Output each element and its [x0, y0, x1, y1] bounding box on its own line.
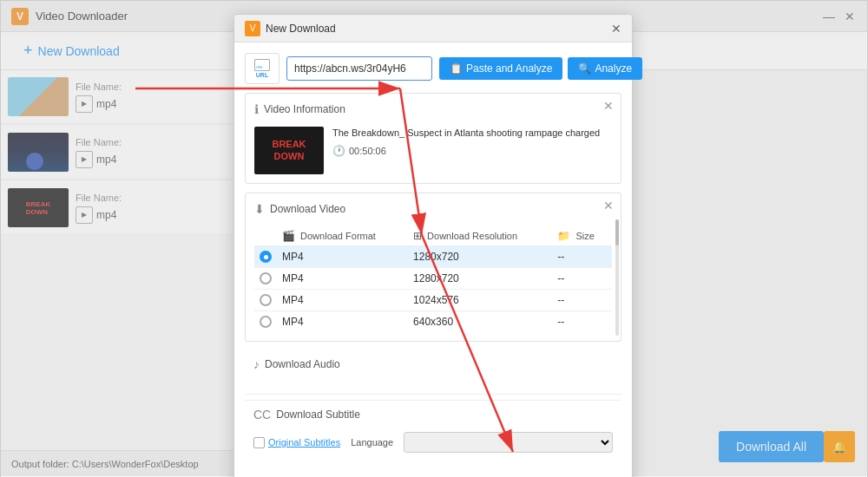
- download-video-close-btn[interactable]: ✕: [603, 199, 614, 212]
- radio-selected-icon: [260, 251, 272, 263]
- format-table: 🎬 Download Format ⊞ Download Resolution …: [254, 226, 612, 332]
- video-info-label: Video Information: [264, 103, 345, 115]
- radio-unselected-icon: [260, 316, 272, 328]
- video-thumbnail: BREAKDOWN: [254, 127, 324, 174]
- res-col-icon: ⊞: [413, 230, 422, 242]
- dialog-title-left: V New Download: [245, 21, 336, 36]
- download-subtitle-label: Download Subtitle: [276, 408, 360, 421]
- audio-icon: ♪: [253, 357, 260, 371]
- duration-text: 00:50:06: [349, 146, 386, 156]
- table-row[interactable]: MP4 1024x576 --: [254, 290, 612, 311]
- url-icon-box: URL: [245, 53, 279, 84]
- clock-icon: 🕐: [332, 145, 345, 157]
- dialog-app-icon: V: [245, 21, 260, 36]
- section-divider: [245, 394, 621, 395]
- table-scrollbar[interactable]: [615, 219, 619, 336]
- video-info-header: ℹ Video Information: [254, 102, 612, 120]
- format-col-icon: 🎬: [282, 230, 295, 242]
- col-size-header: 📁 Size: [552, 226, 612, 246]
- resolution-cell: 1280x720: [408, 268, 552, 290]
- download-icon: ⬇: [254, 202, 265, 216]
- video-info-close-btn[interactable]: ✕: [603, 99, 614, 113]
- format-cell: MP4: [277, 268, 408, 290]
- download-video-label: Download Video: [270, 203, 345, 215]
- format-cell: MP4: [277, 311, 408, 333]
- size-cell: --: [552, 290, 612, 311]
- subtitle-row: Original Subtitles Language: [253, 432, 613, 453]
- url-doc-icon: [254, 59, 270, 71]
- size-col-icon: 📁: [557, 230, 570, 242]
- table-scrollbar-thumb: [615, 219, 619, 245]
- video-info-section: ℹ Video Information ✕ BREAKDOWN The Brea…: [245, 93, 621, 184]
- analyze-icon: 🔍: [578, 62, 591, 75]
- col-format-header: 🎬 Download Format: [277, 226, 408, 246]
- download-video-header: ⬇ Download Video: [254, 202, 612, 219]
- analyze-label: Analyze: [595, 62, 632, 75]
- download-audio-label: Download Audio: [265, 358, 340, 370]
- language-label: Language: [351, 437, 393, 448]
- original-subtitles-checkbox[interactable]: Original Subtitles: [253, 437, 340, 448]
- resolution-cell: 640x360: [408, 311, 552, 333]
- subtitle-icon: CC: [253, 408, 271, 421]
- paste-and-analyze-button[interactable]: 📋 Paste and Analyze: [439, 57, 562, 80]
- resolution-cell: 1280x720: [408, 246, 552, 268]
- size-cell: --: [552, 311, 612, 333]
- url-input[interactable]: [286, 56, 432, 81]
- video-title: The Breakdown_ Suspect in Atlanta shooti…: [332, 127, 612, 140]
- dialog-title-bar: V New Download ✕: [234, 15, 632, 42]
- col-resolution-header: ⊞ Download Resolution: [408, 226, 552, 246]
- download-subtitle-header: CC Download Subtitle: [253, 408, 613, 425]
- info-icon: ℹ: [254, 102, 259, 116]
- new-download-dialog: V New Download ✕ URL 📋 Paste and Analyze: [233, 14, 633, 477]
- dialog-close-button[interactable]: ✕: [611, 22, 621, 36]
- url-buttons-row: 📋 Paste and Analyze 🔍 Analyze: [439, 57, 642, 80]
- analyze-button[interactable]: 🔍 Analyze: [568, 57, 642, 80]
- size-cell: --: [552, 268, 612, 290]
- video-thumbnail-inner: BREAKDOWN: [254, 127, 324, 174]
- download-audio-section: ♪ Download Audio: [245, 350, 621, 389]
- video-info-content: BREAKDOWN The Breakdown_ Suspect in Atla…: [254, 127, 612, 174]
- format-cell: MP4: [277, 246, 408, 268]
- download-video-section: ⬇ Download Video ✕ 🎬 Download Format: [245, 193, 621, 342]
- radio-unselected-icon: [260, 294, 272, 306]
- download-subtitle-section: CC Download Subtitle Original Subtitles …: [245, 400, 621, 460]
- resolution-cell: 1024x576: [408, 290, 552, 311]
- breakdown-logo: BREAKDOWN: [272, 139, 306, 161]
- download-audio-header: ♪ Download Audio: [253, 357, 613, 375]
- video-duration: 🕐 00:50:06: [332, 145, 612, 157]
- table-row[interactable]: MP4 640x360 --: [254, 311, 612, 333]
- language-select[interactable]: [404, 432, 613, 453]
- checkbox-box: [253, 437, 265, 448]
- paste-analyze-label: Paste and Analyze: [466, 62, 552, 75]
- original-subtitles-label: Original Subtitles: [268, 437, 340, 448]
- url-section: URL 📋 Paste and Analyze 🔍 Analyze: [245, 53, 621, 84]
- size-cell: --: [552, 246, 612, 268]
- app-window: V Video Downloader — ✕ + New Download Fi…: [0, 0, 868, 477]
- format-cell: MP4: [277, 290, 408, 311]
- radio-unselected-icon: [260, 272, 272, 284]
- dialog-body: URL 📋 Paste and Analyze 🔍 Analyze: [234, 42, 632, 477]
- table-row[interactable]: MP4 1280x720 --: [254, 268, 612, 290]
- table-row[interactable]: MP4 1280x720 --: [254, 246, 612, 268]
- paste-icon: 📋: [450, 62, 463, 75]
- video-meta: The Breakdown_ Suspect in Atlanta shooti…: [332, 127, 612, 157]
- dialog-title-text: New Download: [266, 23, 336, 35]
- url-label: URL: [256, 72, 268, 78]
